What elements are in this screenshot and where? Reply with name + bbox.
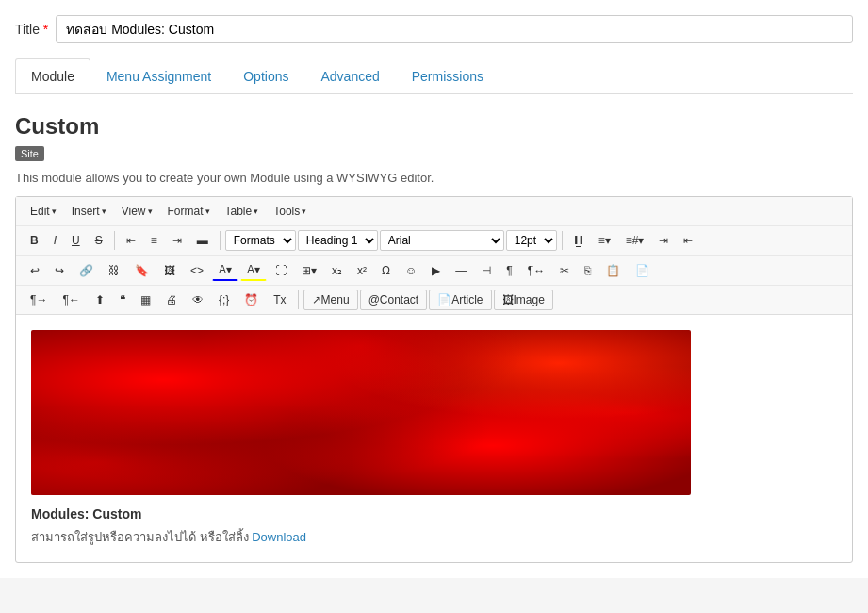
- source-button[interactable]: {;}: [212, 290, 236, 310]
- insert-label: Insert: [72, 205, 100, 218]
- edit-arrow: ▾: [52, 207, 57, 216]
- paste-text-button[interactable]: 📄: [629, 260, 656, 281]
- tab-menu-assignment[interactable]: Menu Assignment: [90, 58, 227, 93]
- print-button[interactable]: 🖨: [159, 290, 184, 310]
- strikethrough-button[interactable]: S: [89, 230, 109, 251]
- underline-button[interactable]: U: [65, 230, 87, 251]
- sep2: [220, 231, 221, 250]
- template-button[interactable]: ▦: [134, 290, 157, 310]
- tools-label: Tools: [273, 205, 300, 218]
- content-text: สามารถใส่รูปหรือความลงไปได้ หรือใส่ลิ้ง …: [31, 527, 837, 547]
- page-wrapper: Title * Module Menu Assignment Options A…: [0, 0, 868, 578]
- paste-button[interactable]: 📋: [599, 260, 627, 281]
- view-label: View: [122, 205, 146, 218]
- code-button[interactable]: <>: [184, 260, 210, 281]
- tab-module[interactable]: Module: [15, 58, 90, 93]
- pagebreak-button[interactable]: ⊣: [475, 260, 498, 281]
- module-description: This module allows you to create your ow…: [15, 171, 853, 185]
- format-label: Format: [168, 205, 204, 218]
- outdent-button[interactable]: ⇤: [677, 230, 699, 251]
- link-button[interactable]: 🔗: [73, 260, 100, 281]
- contact-label: Contact: [380, 293, 418, 306]
- time-button[interactable]: ⏰: [237, 290, 265, 310]
- edit-menu[interactable]: Edit ▾: [24, 201, 63, 222]
- image-button[interactable]: 🖼 Image: [494, 290, 553, 310]
- align-right-button[interactable]: ⇥: [166, 230, 188, 251]
- heading-select[interactable]: Heading 1 Heading 2 Heading 3: [298, 230, 378, 251]
- ltr-button[interactable]: ¶→: [24, 290, 54, 310]
- menu-button[interactable]: ↗ Menu: [303, 290, 358, 310]
- insert-arrow: ▾: [102, 207, 106, 216]
- font-select[interactable]: Arial Times New Roman: [380, 230, 504, 251]
- preview-button[interactable]: 👁: [186, 290, 210, 310]
- site-badge: Site: [15, 146, 44, 161]
- bg-color-button[interactable]: A▾: [240, 259, 267, 281]
- italic-button[interactable]: I: [47, 230, 63, 251]
- content-text-span: สามารถใส่รูปหรือความลงไปได้ หรือใส่ลิ้ง: [31, 530, 252, 544]
- list-button[interactable]: ≡▾: [592, 230, 617, 251]
- paragraph-button[interactable]: ¶: [500, 260, 518, 281]
- view-menu[interactable]: View ▾: [115, 201, 159, 222]
- blockquote-button[interactable]: ❝: [113, 290, 132, 310]
- subscript-button[interactable]: x₂: [325, 260, 349, 281]
- tab-permissions[interactable]: Permissions: [396, 58, 500, 93]
- image-label: Image: [514, 293, 545, 306]
- format-menu[interactable]: Format ▾: [161, 201, 217, 222]
- contact-button[interactable]: @ Contact: [360, 290, 428, 310]
- table-arrow: ▾: [254, 207, 258, 216]
- table-menu[interactable]: Table ▾: [219, 201, 266, 222]
- cut-button[interactable]: ✂: [553, 260, 576, 281]
- align-left-button[interactable]: ⇤: [120, 230, 142, 251]
- redo-button[interactable]: ↪: [48, 260, 71, 281]
- toolbar-row-2: B I U S ⇤ ≡ ⇥ ▬ Formats Heading 1 Headin…: [16, 226, 852, 256]
- remove-format-button[interactable]: Tx: [267, 290, 292, 310]
- ordered-list-button[interactable]: ≡#▾: [619, 230, 651, 251]
- tools-menu[interactable]: Tools ▾: [267, 201, 313, 222]
- hr-button[interactable]: —: [449, 260, 473, 281]
- rtl2-button[interactable]: ¶←: [56, 290, 86, 310]
- title-label-text: Title: [15, 22, 40, 37]
- menu-label: Menu: [321, 293, 350, 306]
- formats-select[interactable]: Formats: [225, 230, 296, 251]
- bold-button[interactable]: B: [24, 230, 45, 251]
- copy-button[interactable]: ⎘: [578, 260, 598, 281]
- align-center-button[interactable]: ≡: [144, 230, 164, 251]
- undo-button[interactable]: ↩: [24, 260, 46, 281]
- title-label: Title *: [15, 22, 48, 37]
- size-select[interactable]: 12pt 10pt 14pt: [506, 230, 557, 251]
- rtl-button[interactable]: ¶↔: [521, 260, 551, 281]
- tab-options[interactable]: Options: [227, 58, 304, 93]
- char-map-button[interactable]: H̲: [567, 230, 590, 251]
- title-row: Title *: [15, 15, 853, 43]
- toolbar-row-1: Edit ▾ Insert ▾ View ▾ Format ▾ Table ▾ …: [16, 197, 852, 226]
- editor-content[interactable]: Modules: Custom สามารถใส่รูปหรือความลงไป…: [16, 315, 852, 562]
- tab-advanced[interactable]: Advanced: [304, 58, 395, 93]
- image-icon: 🖼: [502, 293, 514, 306]
- upload-button[interactable]: ⬆: [89, 290, 111, 310]
- menu-icon: ↗: [312, 293, 321, 306]
- bookmark-button[interactable]: 🔖: [128, 260, 156, 281]
- article-button[interactable]: 📄 Article: [429, 290, 491, 310]
- format-arrow: ▾: [205, 207, 210, 216]
- download-link[interactable]: Download: [252, 530, 306, 544]
- align-justify-button[interactable]: ▬: [190, 230, 215, 251]
- article-label: Article: [451, 293, 483, 306]
- media-button[interactable]: ▶: [425, 260, 447, 281]
- unlink-button[interactable]: ⛓: [102, 260, 126, 281]
- tools-arrow: ▾: [302, 207, 306, 216]
- insert-menu[interactable]: Insert ▾: [65, 201, 113, 222]
- special-char-button[interactable]: Ω: [375, 260, 397, 281]
- content-title: Modules: Custom: [31, 506, 837, 522]
- toolbar-row-4: ¶→ ¶← ⬆ ❝ ▦ 🖨 👁 {;} ⏰ Tx ↗ Menu @ Contac…: [16, 286, 852, 315]
- emoji-button[interactable]: ☺: [399, 260, 423, 281]
- table-insert-button[interactable]: ⊞▾: [295, 260, 323, 281]
- edit-label: Edit: [30, 205, 50, 218]
- sep1: [114, 231, 115, 250]
- font-color-button[interactable]: A▾: [212, 259, 238, 281]
- fullscreen-button[interactable]: ⛶: [269, 260, 293, 281]
- indent-button[interactable]: ⇥: [652, 230, 675, 251]
- superscript-button[interactable]: x²: [351, 260, 373, 281]
- title-input[interactable]: [56, 15, 853, 43]
- editor-container: Edit ▾ Insert ▾ View ▾ Format ▾ Table ▾ …: [15, 196, 853, 563]
- image-insert-button[interactable]: 🖼: [157, 260, 182, 281]
